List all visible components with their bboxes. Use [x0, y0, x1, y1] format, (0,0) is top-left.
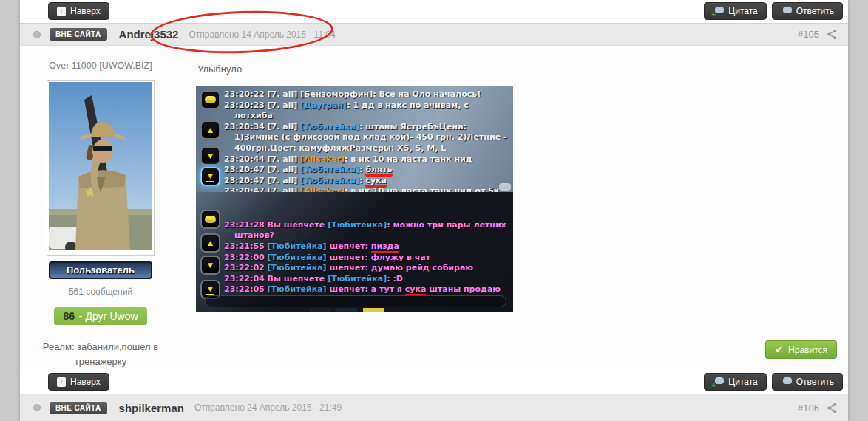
scroll-down-button: ▼ [200, 256, 220, 275]
chat-segment: 23:22:02 [224, 263, 268, 273]
speech-bubble-icon [205, 96, 216, 103]
chat-line: 23:20:47 [7. all] [Тюбитейка]: сука [224, 176, 509, 187]
chat-segment: 23:20:44 [7. all] [224, 154, 300, 164]
avatar-image [49, 82, 152, 250]
chat-lines-panel2: 23:21:28 Вы шепчете [Тюбитейка]: можно т… [224, 220, 509, 295]
chat-segment: 23:22:04 Вы шепчете [224, 274, 328, 284]
speech-bubble-icon [205, 216, 216, 223]
chat-segment: шепчет: думаю рейд собираю [327, 263, 473, 273]
reputation-value: 86 [63, 310, 75, 322]
member-group-badge: Пользователь [49, 261, 152, 279]
page-up-icon: ↑ [57, 7, 66, 16]
post-toolbar-bottom: ↑ Наверх + Цитата Ответить [20, 369, 848, 394]
scroll-to-end-button: ▼ [200, 167, 220, 186]
share-icon[interactable] [827, 403, 838, 414]
reputation-button[interactable]: 86 - Друг Uwow [54, 307, 146, 325]
chat-line: 23:22:05 [Тюбитейка] шепчет: а тут я сук… [224, 284, 509, 295]
chat-segment: шепчет: [327, 242, 371, 251]
scroll-end-icon: ▼ [206, 171, 215, 182]
scroll-up-button: ▲ [200, 120, 220, 140]
post-content: Улыбнуло ▲ ▼ ▼ 23:20:22 [7. all] [Бензом… [175, 46, 848, 369]
chat-segment: : в ик 10 на ласта танк нид [345, 154, 472, 164]
chat-line: 23:20:47 [7. all] [Тюбитейка]: блять [224, 165, 509, 176]
reply-bubble-icon [781, 377, 792, 386]
quote-button[interactable]: + Цитата [704, 2, 766, 20]
chat-line: 23:22:00 [Тюбитейка] шепчет: флужу в чат [224, 253, 509, 264]
chat-segment: [Тюбитейка] [328, 220, 387, 230]
chat-segment: 23:20:47 [7. all] [224, 186, 300, 192]
chat-segment: [Allsaker] [300, 186, 345, 192]
offline-status-dot [33, 404, 41, 411]
chat-segment: [Тюбитейка] [300, 122, 359, 131]
scroll-up-button: ▲ [200, 233, 220, 253]
back-to-top-label: Наверх [70, 6, 101, 16]
forum-content-panel: ↑ Наверх + Цитата Ответить ВНЕ САЙТА And… [20, 0, 848, 421]
scroll-up-icon: ▲ [206, 239, 215, 247]
chat-line: 23:22:04 Вы шепчете [Тюбитейка]: :D [224, 274, 509, 285]
post-text: Улыбнуло [175, 46, 848, 75]
page-up-icon: ↑ [57, 377, 66, 387]
like-label: Нравится [788, 345, 827, 355]
chat-line: 23:20:47 [7. all] [Allsaker]: в ик 10 на… [224, 186, 509, 192]
quote-label: Цитата [728, 377, 757, 387]
chat-segment-underlined: сука [405, 284, 427, 296]
author-sidebar: Over 11000 [UWOW.BIZ] [26, 46, 175, 369]
chat-segment-underlined: пизда [371, 242, 399, 253]
chat-segment: : в ик 10 на ласта танк нид от 5к [345, 186, 499, 192]
post-author-link[interactable]: Andrej3532 [119, 28, 179, 41]
quote-button[interactable]: + Цитата [704, 373, 766, 391]
chat-screenshot[interactable]: ▲ ▼ ▼ 23:20:22 [7. all] [Бензоморфин]: В… [196, 86, 513, 312]
chat-segment: 23:21:28 Вы шепчете [224, 220, 328, 230]
offline-status-badge: ВНЕ САЙТА [50, 28, 107, 41]
chat-segment: [Тюбитейка] [268, 242, 327, 251]
chat-segment: штаны продаю [426, 284, 501, 294]
chat-line: 23:21:55 [Тюбитейка] шепчет: пизда [224, 242, 509, 253]
chat-segment: шепчет: а тут я [327, 284, 405, 294]
like-button[interactable]: ✔ Нравится [765, 340, 837, 359]
chat-segment: [Тюбитейка] [268, 284, 327, 294]
chat-lines-panel1: 23:20:22 [7. all] [Бензоморфин]: Все на … [224, 89, 509, 192]
chat-segment: 23:22:05 [224, 284, 268, 294]
post-number-link[interactable]: #105 [798, 29, 819, 40]
scroll-down-icon: ▼ [206, 151, 215, 160]
post-date: Отправлено 14 Апрель 2015 - 11:04 [189, 30, 335, 40]
chat-segment: [Тюбитейка] [268, 263, 327, 273]
chat-segment: шепчет: флужу в чат [327, 253, 430, 262]
offline-status-dot [33, 31, 41, 38]
back-to-top-button[interactable]: ↑ Наверх [48, 373, 109, 391]
chat-segment: 23:20:47 [7. all] [224, 176, 300, 185]
post-header: ВНЕ САЙТА Andrej3532 Отправлено 14 Апрел… [20, 23, 848, 46]
chat-segment-underlined: блять [365, 165, 392, 177]
chat-bottom-buttons [310, 308, 384, 312]
chat-buttons-column: ▲ ▼ ▼ [200, 192, 223, 299]
reply-button[interactable]: Ответить [772, 373, 843, 391]
scroll-down-icon: ▼ [206, 261, 215, 270]
chat-panel-1: ▲ ▼ ▼ 23:20:22 [7. all] [Бензоморфин]: В… [196, 86, 513, 192]
chat-segment: [Тюбитейка] [268, 253, 327, 262]
back-to-top-button[interactable]: ↑ Наверх [48, 2, 109, 20]
scroll-end-icon: ▼ [206, 284, 215, 295]
chat-segment: 23:20:47 [7. all] [224, 165, 300, 174]
post-date: Отправлено 24 Апрель 2015 - 21:49 [194, 403, 342, 413]
chat-line: 23:20:22 [7. all] [Бензоморфин]: Все на … [224, 89, 509, 100]
chat-segment: 23:21:55 [224, 242, 268, 251]
avatar[interactable] [47, 80, 155, 256]
chat-segment: 23:22:00 [224, 253, 268, 262]
checkmark-icon: ✔ [775, 344, 783, 355]
chat-segment: [Allsaker] [300, 154, 345, 164]
scroll-down-button: ▼ [200, 146, 220, 165]
chat-segment: : :D [387, 274, 403, 284]
chat-line: 23:21:28 Вы шепчете [Тюбитейка]: можно т… [224, 220, 509, 242]
chat-input-bar [205, 295, 506, 307]
reply-button[interactable]: Ответить [772, 2, 843, 20]
share-icon[interactable] [827, 29, 838, 40]
post-number-link[interactable]: #106 [798, 403, 819, 414]
post-author-link[interactable]: shpilkerman [119, 402, 184, 414]
chat-segment: 23:20:34 [7. all] [224, 122, 300, 131]
chat-segment-underlined: сука [365, 176, 387, 188]
chat-bubble-button [200, 90, 220, 109]
post-body: Over 11000 [UWOW.BIZ] [20, 46, 848, 369]
chat-bubble-button [200, 210, 220, 229]
scroll-up-icon: ▲ [206, 126, 215, 134]
chat-segment: 23:20:23 [7. all] [224, 100, 300, 110]
